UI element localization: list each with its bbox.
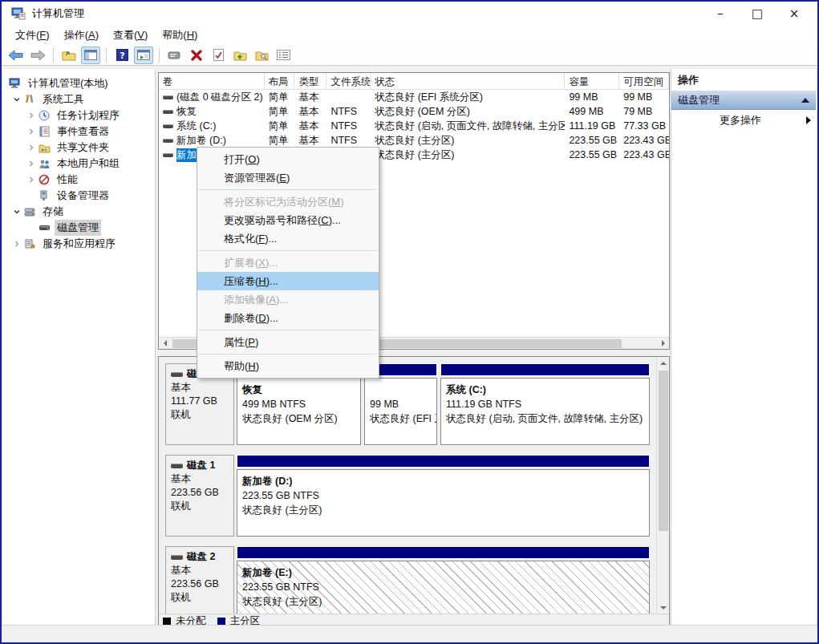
column-header-volume[interactable]: 卷 [159,73,265,89]
list-view-icon[interactable] [274,47,293,64]
volume-row-system-c[interactable]: 系统 (C:) 简单 基本 NTFS 状态良好 (启动, 页面文件, 故障转储,… [159,119,669,133]
menu-view[interactable]: 查看(V) [106,26,155,45]
up-folder-icon[interactable] [230,47,249,64]
tree-item-task-scheduler[interactable]: 任务计划程序 [3,107,155,124]
help-icon[interactable]: ? [112,47,132,64]
maximize-button[interactable]: □ [750,6,764,21]
menu-item-shrink-volume[interactable]: 压缩卷(H)... [197,272,379,290]
menu-bar: 文件(F) 操作(A) 查看(V) 帮助(H) [2,26,817,45]
volume-row-recovery[interactable]: 恢复 简单 基本 NTFS 状态良好 (OEM 分区) 499 MB 79 MB [159,104,669,119]
partition-system-c[interactable]: 系统 (C:) 111.19 GB NTFS 状态良好 (启动, 页面文件, 故… [440,363,650,445]
disk-row-2: 磁盘 2 基本 223.56 GB 联机 新加卷 (E:) 223.55 GB … [165,546,650,614]
volume-context-menu: 打开(O) 资源管理器(E) 将分区标记为活动分区(M) 更改驱动器号和路径(C… [197,147,379,379]
scroll-right-icon[interactable] [657,338,669,350]
disk-status: 联机 [171,408,233,422]
volume-row-new-volume-d[interactable]: 新加卷 (D:) 简单 基本 NTFS 状态良好 (主分区) 223.55 GB… [159,133,669,148]
tree-item-event-viewer[interactable]: 事件查看器 [3,124,155,140]
vertical-scrollbar[interactable] [656,357,669,614]
tree-item-shared-folders[interactable]: 共享文件夹 [3,140,155,156]
menu-file[interactable]: 文件(F) [8,26,57,45]
menu-item-explorer[interactable]: 资源管理器(E) [197,168,379,187]
computer-management-window: 计算机管理 – □ × 文件(F) 操作(A) 查看(V) 帮助(H) ? [0,0,819,644]
partition-new-volume-e-selected[interactable]: 新加卷 (E:) 223.55 GB NTFS 状态良好 (主分区) [237,546,650,614]
menu-action[interactable]: 操作(A) [57,26,106,45]
chevron-down-icon[interactable] [11,208,22,216]
local-users-icon [37,159,51,169]
computer-icon [8,78,22,89]
menu-separator [199,189,377,190]
chevron-right-icon[interactable] [26,176,37,184]
legend-primary-swatch [217,618,225,626]
partition-new-volume-d[interactable]: 新加卷 (D:) 223.55 GB NTFS 状态良好 (主分区) [237,455,650,537]
storage-icon [22,207,37,217]
disk-type: 基本 [171,564,233,577]
popup-window-icon[interactable] [165,47,184,64]
legend-unallocated-swatch [163,618,171,626]
disk-icon [171,555,183,560]
scroll-down-icon[interactable] [657,601,670,614]
show-console-tree-icon[interactable] [81,47,100,64]
app-icon [11,7,26,20]
delete-icon[interactable] [187,47,206,64]
scrollbar-thumb[interactable] [659,371,668,531]
column-header-capacity[interactable]: 容量 [565,73,619,89]
partition-color-bar [237,546,650,559]
back-icon[interactable] [6,47,26,64]
disk-2-label[interactable]: 磁盘 2 基本 223.56 GB 联机 [165,546,234,614]
disk-1-label[interactable]: 磁盘 1 基本 223.56 GB 联机 [165,455,234,537]
disk-size: 223.56 GB [171,577,233,591]
submenu-arrow-icon [806,116,811,124]
chevron-right-icon[interactable] [11,240,22,248]
tree-item-storage[interactable]: 存储 [3,204,155,220]
chevron-right-icon[interactable] [26,128,37,136]
chevron-right-icon[interactable] [26,160,37,168]
collapse-icon[interactable] [801,98,809,103]
menu-item-change-drive-letter[interactable]: 更改驱动器号和路径(C)... [197,211,379,229]
partition-color-bar [237,455,650,468]
forward-icon[interactable] [28,47,47,64]
tree-item-device-manager[interactable]: 设备管理器 [3,188,155,204]
chevron-right-icon[interactable] [26,111,37,119]
export-list-icon[interactable] [59,47,79,64]
shared-folders-icon [37,143,51,153]
chevron-down-icon[interactable] [11,95,22,103]
event-viewer-icon [37,126,51,137]
column-header-layout[interactable]: 布局 [265,73,295,89]
tree-item-computer-management-local[interactable]: 计算机管理(本地) [3,75,155,91]
tree-item-performance[interactable]: 性能 [3,172,155,188]
find-folder-icon[interactable] [252,47,271,64]
chevron-right-icon[interactable] [26,144,37,152]
menu-item-extend-volume: 扩展卷(X)... [197,253,379,272]
tree-item-services-applications[interactable]: 服务和应用程序 [3,236,155,252]
tree-item-disk-management[interactable]: 磁盘管理 [3,220,155,236]
scroll-up-icon[interactable] [657,357,670,369]
actions-group-disk-management[interactable]: 磁盘管理 [671,91,816,110]
show-action-pane-icon[interactable] [134,47,153,64]
minimize-button[interactable]: – [713,6,728,21]
menu-item-delete-volume[interactable]: 删除卷(D)... [197,309,379,327]
menu-separator [199,250,377,251]
tree-item-system-tools[interactable]: 系统工具 [3,91,155,107]
menu-separator [199,330,377,330]
menu-item-open[interactable]: 打开(O) [197,150,379,168]
menu-item-format[interactable]: 格式化(F)... [197,229,379,248]
volume-icon [163,124,173,128]
scroll-left-icon[interactable] [159,338,171,350]
menu-item-help[interactable]: 帮助(H) [197,357,379,375]
disk-icon [171,464,183,468]
performance-icon [37,174,51,185]
properties-icon[interactable] [209,47,228,64]
tree-item-local-users-groups[interactable]: 本地用户和组 [3,156,155,172]
status-bar [2,625,817,642]
column-header-type[interactable]: 类型 [294,73,326,89]
column-header-filesystem[interactable]: 文件系统 [326,73,371,89]
menu-item-properties[interactable]: 属性(P) [197,333,379,351]
main-area: 计算机管理(本地) 系统工具 任务计划程序 事件查看器 共享文件夹 [2,66,817,625]
column-header-free-space[interactable]: 可用空间 [619,73,669,89]
column-header-status[interactable]: 状态 [371,73,565,89]
close-button[interactable]: × [787,6,801,21]
more-actions-item[interactable]: 更多操作 [671,110,816,131]
volume-icon [163,153,173,157]
menu-help[interactable]: 帮助(H) [155,26,205,45]
volume-row-efi[interactable]: (磁盘 0 磁盘分区 2) 简单 基本 状态良好 (EFI 系统分区) 99 M… [159,90,669,104]
